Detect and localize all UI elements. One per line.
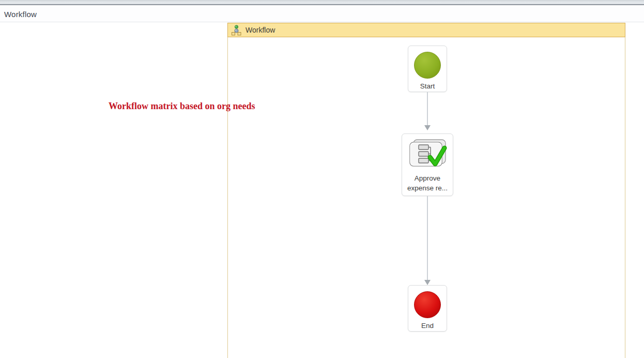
workflow-org-chart-icon: [231, 25, 241, 36]
workflow-panel-header[interactable]: Workflow: [227, 23, 625, 37]
workflow-diagram-panel: Workflow Start: [227, 23, 625, 358]
connector-line: [427, 92, 428, 125]
annotation-text: Workflow matrix based on org needs: [109, 101, 255, 112]
node-approve-label: Approve expense re...: [407, 173, 448, 193]
workflow-panel-title: Workflow: [246, 26, 275, 34]
connector-task-to-end[interactable]: [424, 196, 431, 285]
arrowhead-icon: [424, 125, 431, 130]
arrowhead-icon: [424, 280, 431, 285]
node-end[interactable]: End: [408, 285, 447, 332]
end-circle-icon: [414, 291, 441, 318]
node-approve-label-line2: expense re...: [407, 183, 448, 193]
task-with-checkmark-icon: [407, 139, 448, 171]
window-top-strip: [0, 0, 644, 5]
start-circle-icon: [414, 52, 441, 79]
node-approve-task[interactable]: Approve expense re...: [402, 133, 453, 196]
node-start-label: Start: [420, 81, 435, 91]
page-title-bar: Workflow: [0, 6, 644, 22]
connector-line: [427, 196, 428, 280]
node-approve-label-line1: Approve: [407, 173, 448, 183]
node-end-label: End: [421, 321, 434, 331]
page-title: Workflow: [4, 10, 37, 19]
connector-start-to-task[interactable]: [424, 92, 431, 130]
node-start[interactable]: Start: [408, 46, 447, 92]
